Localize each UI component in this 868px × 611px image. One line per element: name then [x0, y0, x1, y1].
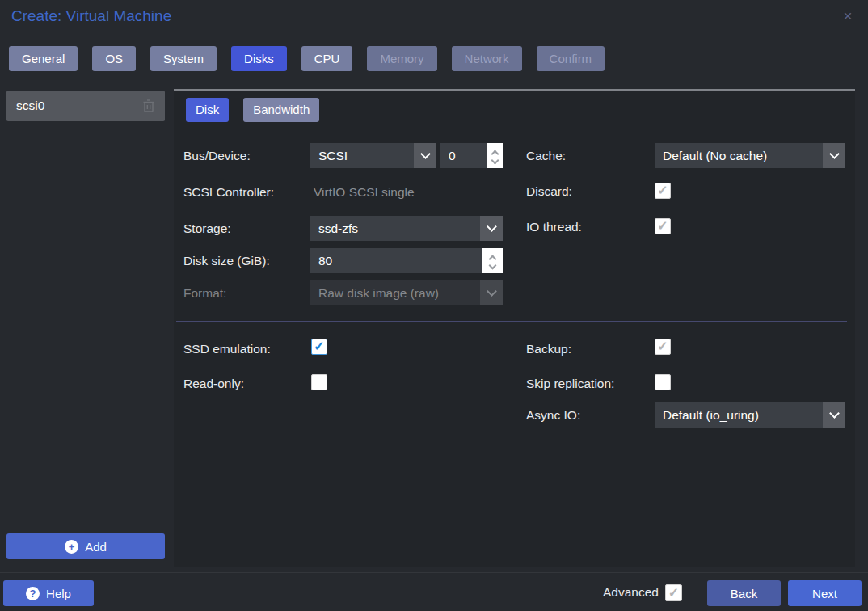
tab-confirm: Confirm: [537, 46, 605, 71]
next-button[interactable]: Next: [788, 580, 862, 606]
storage-combo-value: ssd-zfs: [310, 216, 480, 241]
async-io-combo[interactable]: Default (io_uring): [655, 402, 845, 428]
storage-label: Storage:: [183, 216, 231, 241]
trash-icon[interactable]: [142, 99, 155, 113]
backup-label: Backup:: [526, 336, 571, 361]
tab-system[interactable]: System: [150, 46, 217, 71]
disk-item-label: scsi0: [16, 99, 142, 113]
discard-label: Discard:: [526, 179, 572, 204]
advanced-checkbox[interactable]: ✓: [665, 584, 682, 601]
read-only-label: Read-only:: [183, 371, 244, 396]
help-icon: ?: [26, 587, 40, 600]
ssd-emulation-label: SSD emulation:: [183, 336, 271, 361]
scsi-controller-value: VirtIO SCSI single: [314, 179, 415, 204]
io-thread-label: IO thread:: [526, 214, 582, 239]
io-thread-checkbox[interactable]: ✓: [655, 218, 671, 234]
sidebar-item-scsi0[interactable]: scsi0: [6, 91, 165, 121]
disk-size-spinner[interactable]: [482, 248, 503, 273]
tab-general[interactable]: General: [9, 46, 78, 71]
format-combo-trigger: [480, 280, 503, 306]
tab-disks[interactable]: Disks: [231, 46, 287, 71]
advanced-separator: [176, 321, 847, 322]
bus-combo[interactable]: SCSI: [310, 143, 436, 168]
plus-icon: +: [65, 540, 78, 554]
format-combo-value: Raw disk image (raw): [310, 280, 480, 306]
chevron-down-icon: [487, 221, 497, 232]
discard-checkbox[interactable]: ✓: [655, 183, 671, 199]
cache-label: Cache:: [526, 143, 566, 168]
footer-divider: [0, 572, 868, 573]
ssd-emulation-checkbox[interactable]: ✓: [311, 339, 327, 355]
add-button-label: Add: [85, 540, 107, 554]
subtab-bandwidth[interactable]: Bandwidth: [243, 98, 319, 122]
advanced-toggle: Advanced ✓: [603, 584, 682, 601]
disk-size-input[interactable]: [310, 248, 482, 273]
device-number-field[interactable]: [440, 143, 503, 168]
tab-memory: Memory: [367, 46, 436, 71]
skip-replication-checkbox[interactable]: [655, 374, 671, 390]
storage-combo-trigger[interactable]: [480, 216, 503, 241]
disk-subtabs: Disk Bandwidth: [186, 98, 319, 122]
bus-device-label: Bus/Device:: [183, 143, 251, 168]
tab-cpu[interactable]: CPU: [301, 46, 353, 71]
async-io-combo-value: Default (io_uring): [655, 402, 823, 428]
disk-size-label: Disk size (GiB):: [183, 248, 270, 273]
subtab-disk[interactable]: Disk: [186, 98, 229, 122]
format-combo: Raw disk image (raw): [310, 280, 503, 306]
help-button-label: Help: [46, 587, 71, 600]
chevron-down-icon: [487, 286, 497, 297]
tab-os[interactable]: OS: [92, 46, 136, 71]
add-button[interactable]: + Add: [6, 533, 165, 559]
backup-checkbox[interactable]: ✓: [655, 339, 671, 355]
chevron-down-icon: [829, 408, 840, 419]
skip-replication-label: Skip replication:: [526, 371, 614, 396]
back-button[interactable]: Back: [707, 580, 781, 606]
scsi-controller-label: SCSI Controller:: [183, 179, 274, 204]
disk-size-field[interactable]: [310, 248, 503, 273]
spinner-down-icon: [491, 156, 499, 164]
storage-combo[interactable]: ssd-zfs: [310, 216, 503, 241]
async-io-combo-trigger[interactable]: [823, 402, 845, 428]
device-spinner[interactable]: [487, 143, 503, 168]
page-title: Create: Virtual Machine: [11, 7, 171, 25]
close-icon[interactable]: ×: [837, 6, 858, 27]
format-label: Format:: [183, 280, 226, 306]
cache-combo-trigger[interactable]: [823, 143, 845, 168]
chevron-down-icon: [420, 149, 431, 159]
bus-combo-trigger[interactable]: [414, 143, 436, 168]
cache-combo-value: Default (No cache): [655, 143, 823, 168]
wizard-tabbar: General OS System Disks CPU Memory Netwo…: [9, 46, 605, 71]
advanced-label: Advanced: [603, 584, 659, 601]
cache-combo[interactable]: Default (No cache): [655, 143, 845, 168]
bus-combo-value: SCSI: [310, 143, 414, 168]
spinner-down-icon: [489, 261, 497, 269]
async-io-label: Async IO:: [526, 402, 580, 428]
chevron-down-icon: [829, 149, 840, 159]
read-only-checkbox[interactable]: [311, 374, 327, 390]
help-button[interactable]: ? Help: [3, 580, 94, 606]
tab-network: Network: [452, 46, 522, 71]
device-number-input[interactable]: [440, 143, 487, 168]
